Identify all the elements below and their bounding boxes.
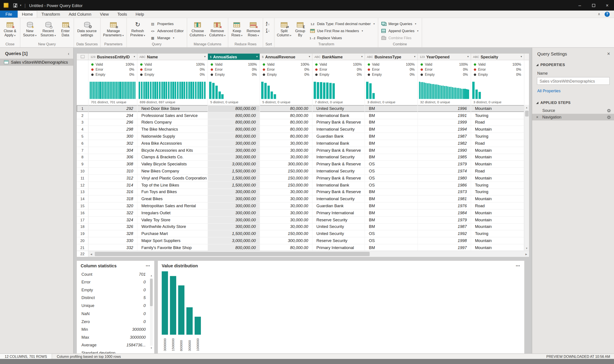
cell[interactable]: Riders Company (137, 119, 208, 126)
column-histogram[interactable] (312, 79, 365, 100)
column-header-BusinessType[interactable]: ABCBusinessType▾ (365, 53, 418, 60)
table-row[interactable]: 8306Clamps & Brackets Co.300,000.0030,00… (77, 154, 529, 161)
maximize-button[interactable] (587, 0, 600, 11)
cell[interactable]: 1981 (418, 195, 471, 202)
cell[interactable]: Bicycle Accessories and Kits (137, 147, 208, 154)
cell[interactable]: 80,000.00 (260, 105, 312, 112)
cell[interactable]: 1,500,000.00 (208, 182, 260, 188)
cell[interactable]: Touring (471, 133, 524, 140)
cell[interactable]: Top of the Line Bikes (137, 182, 208, 188)
recent-sources-button[interactable]: ◷ Recent Sources▾ (38, 18, 58, 41)
applied-step-source[interactable]: Source (532, 107, 614, 114)
cell[interactable]: Primary International (312, 245, 365, 251)
quick-access-chevron-down-icon[interactable]: ▾ (20, 4, 21, 7)
cell[interactable]: 300,000.00 (208, 140, 260, 147)
cell[interactable]: 80,000.00 (260, 126, 312, 132)
cell[interactable]: 1976 (418, 203, 471, 209)
vertical-scrollbar[interactable]: ▲ ▼ (524, 105, 529, 251)
more-options-icon[interactable]: ⋯ (516, 265, 520, 267)
cell[interactable]: 800,000.00 (208, 112, 260, 119)
table-row[interactable]: 6302Area Bike Accessories300,000.0030,00… (77, 140, 529, 147)
cell[interactable]: 1991 (418, 112, 471, 119)
cell[interactable]: 300,000.00 (260, 237, 312, 244)
cell[interactable]: 332 (88, 245, 137, 251)
table-row[interactable]: 16322Irregulars Outlet300,000.0030,000.0… (77, 210, 529, 217)
cell[interactable]: 1980 (418, 175, 471, 182)
column-quality[interactable]: Valid100%Error0%Empty0% (88, 60, 137, 78)
append-queries-button[interactable]: Append Queries ▾ (380, 28, 420, 34)
cell[interactable]: Great Bikes (137, 195, 208, 202)
close-and-apply-button[interactable]: × Close & Apply▾ (1, 18, 19, 41)
cell[interactable]: 330 (88, 237, 137, 244)
filter-dropdown-icon[interactable]: ▾ (307, 55, 310, 58)
replace-values-button[interactable]: Replace Values (309, 35, 376, 41)
split-column-button[interactable]: ⇄ Split Column▾ (276, 18, 293, 41)
cell[interactable]: BM (365, 119, 418, 126)
cell[interactable]: 1994 (418, 126, 471, 132)
cell[interactable]: Worthwhile Activity Store (137, 223, 208, 230)
save-icon[interactable] (13, 3, 17, 7)
keep-rows-button[interactable]: Keep Rows▾ (229, 18, 245, 41)
cell[interactable]: Mountain (471, 105, 524, 112)
cell[interactable]: Primary International (312, 210, 365, 216)
statistics-scroll-thumb[interactable] (150, 279, 153, 306)
column-quality[interactable]: Valid100%Error0%Empty0% (365, 60, 418, 78)
tab-view[interactable]: View (96, 11, 113, 18)
cell[interactable]: OS (365, 175, 418, 182)
cell[interactable]: 30,000.00 (260, 154, 312, 160)
column-header-AnnualSales[interactable]: $AnnualSales▾ (208, 53, 260, 60)
cell[interactable]: 294 (88, 112, 137, 119)
cell[interactable]: Mountain (471, 147, 524, 154)
column-histogram[interactable] (365, 79, 418, 100)
cell[interactable]: 308 (88, 161, 137, 167)
cell[interactable]: Mountain (471, 245, 524, 251)
cell[interactable]: 800,000.00 (208, 133, 260, 140)
column-header-AnnualRevenue[interactable]: $AnnualRevenue▾ (260, 53, 312, 60)
cell[interactable]: 30,000.00 (260, 210, 312, 216)
column-histogram[interactable] (137, 79, 208, 100)
cell[interactable]: Valley Bicycle Specialists (137, 161, 208, 167)
cell[interactable]: International Bank (312, 182, 365, 188)
table-row[interactable]: 19328Purchase Mart1,500,000.00150,000.00… (77, 230, 529, 237)
tab-transform[interactable]: Transform (37, 11, 64, 18)
cell[interactable]: Reserve Security (312, 216, 365, 223)
cell[interactable]: Primary Bank & Reserve (312, 175, 365, 182)
cell[interactable]: International Bank (312, 140, 365, 147)
cell[interactable]: Metropolitan Sales and Rental (137, 203, 208, 209)
filter-dropdown-icon[interactable]: ▾ (412, 55, 415, 58)
vertical-scroll-thumb[interactable] (525, 111, 529, 117)
cell[interactable]: Irregulars Outlet (137, 210, 208, 216)
cell[interactable]: 300,000.00 (208, 154, 260, 160)
cell[interactable]: 800,000.00 (208, 245, 260, 251)
table-row[interactable]: 2294Professional Sales and Service800,00… (77, 112, 529, 119)
close-button[interactable]: × (600, 0, 614, 11)
cell[interactable]: Primary Bank & Reserve (312, 147, 365, 154)
combine-files-button[interactable]: Combine Files (380, 35, 420, 41)
cell[interactable]: 300,000.00 (208, 216, 260, 223)
cell[interactable]: 30,000.00 (260, 140, 312, 147)
new-source-button[interactable]: + New Source▾ (21, 18, 38, 41)
cell[interactable]: BM (365, 203, 418, 209)
cell[interactable]: International Bank (312, 112, 365, 119)
column-histogram[interactable] (260, 79, 312, 100)
cell[interactable]: Road (471, 140, 524, 147)
cell[interactable]: Mountain (471, 210, 524, 216)
filter-dropdown-icon[interactable]: ▾ (132, 55, 135, 58)
cell[interactable]: 322 (88, 210, 137, 216)
cell[interactable]: BM (365, 154, 418, 160)
merge-queries-button[interactable]: Merge Queries ▾ (380, 21, 420, 27)
column-header-Name[interactable]: ABCName▾ (137, 53, 208, 60)
cell[interactable]: 30,000.00 (260, 223, 312, 230)
cell[interactable]: 80,000.00 (260, 119, 312, 126)
cell[interactable]: United Security (312, 230, 365, 237)
cell[interactable]: BM (365, 195, 418, 202)
applied-steps-section-header[interactable]: APPLIED STEPS (532, 101, 614, 105)
cell[interactable]: Touring (471, 182, 524, 188)
column-histogram[interactable] (88, 79, 137, 100)
cell[interactable]: Touring (471, 189, 524, 195)
cell[interactable]: BM (365, 140, 418, 147)
cell[interactable]: 30,000.00 (260, 216, 312, 223)
cell[interactable]: 320 (88, 203, 137, 209)
filter-dropdown-icon[interactable]: ▾ (519, 55, 522, 58)
cell[interactable]: 1973 (418, 189, 471, 195)
